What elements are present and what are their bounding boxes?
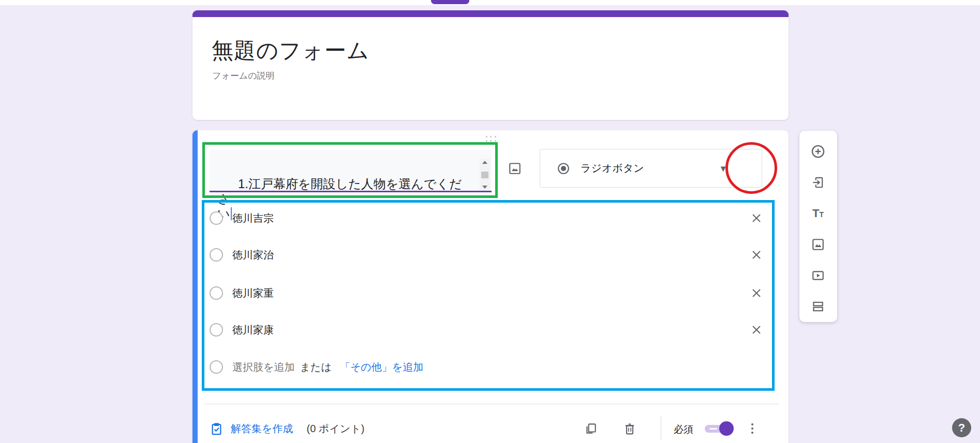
option-label[interactable]: 徳川家重 (232, 286, 274, 300)
required-toggle[interactable] (705, 421, 735, 436)
option-row: 徳川家康 (210, 316, 776, 343)
toggle-highlight (709, 428, 717, 430)
option-label[interactable]: 徳川家康 (232, 323, 274, 337)
option-row: 徳川家重 (210, 280, 776, 307)
option-label[interactable]: 徳川家治 (232, 248, 274, 262)
form-title-input[interactable]: 無題のフォーム (212, 36, 369, 65)
add-option-button[interactable]: 選択肢を追加 (232, 360, 294, 374)
question-title-input[interactable]: 1.江戸幕府を開設した人物を選んでくださ い (210, 150, 492, 192)
answer-key-label: 解答集を作成 (231, 422, 293, 436)
scroll-down-icon[interactable] (482, 186, 487, 189)
help-button[interactable]: ? (952, 418, 971, 437)
video-icon (811, 269, 825, 282)
answer-key-button[interactable]: 解答集を作成 (0 ポイント) (210, 414, 364, 443)
add-option-row: 選択肢を追加 または 「その他」を追加 (210, 354, 776, 380)
copy-icon (584, 422, 598, 435)
add-question-image-button[interactable] (506, 160, 524, 177)
scrollbar-thumb[interactable] (481, 172, 488, 178)
top-purple-pill (431, 0, 469, 4)
section-icon (811, 300, 825, 313)
radio-icon[interactable] (210, 211, 223, 225)
side-toolbar: TT (799, 131, 837, 322)
add-video-button[interactable] (808, 265, 828, 286)
top-white-strip (0, 0, 980, 5)
points-label: (0 ポイント) (306, 422, 364, 436)
help-icon: ? (958, 421, 965, 435)
trash-icon (623, 422, 636, 435)
radio-checked-icon (557, 162, 570, 175)
add-image-button[interactable] (808, 234, 828, 255)
remove-option-button[interactable] (746, 245, 767, 265)
duplicate-question-button[interactable] (581, 418, 601, 439)
form-description-input[interactable]: フォームの説明 (212, 70, 275, 82)
image-icon (508, 162, 522, 175)
question-card: 1.江戸幕府を開設した人物を選んでくださ い ラジオボタン ▼ 徳川吉宗 (192, 130, 789, 443)
radio-icon[interactable] (210, 286, 223, 300)
drag-handle-icon[interactable] (484, 134, 498, 143)
question-type-dropdown[interactable]: ラジオボタン ▼ (540, 149, 762, 188)
footer-vertical-divider (661, 416, 661, 440)
required-label: 必須 (674, 423, 693, 436)
add-title-button[interactable]: TT (808, 203, 828, 224)
or-text: または (300, 360, 331, 374)
radio-icon[interactable] (210, 323, 223, 337)
remove-option-button[interactable] (746, 283, 767, 303)
image-icon (811, 238, 825, 251)
add-question-icon (811, 144, 825, 159)
toggle-knob (719, 421, 734, 436)
radio-icon[interactable] (210, 248, 223, 262)
question-footer: 解答集を作成 (0 ポイント) 必須 (192, 414, 789, 443)
delete-question-button[interactable] (619, 418, 640, 439)
add-question-button[interactable] (808, 141, 828, 162)
question-type-label: ラジオボタン (581, 161, 644, 175)
remove-option-button[interactable] (746, 319, 767, 340)
add-title-icon: TT (812, 207, 824, 220)
card-accent-bar (192, 10, 789, 17)
remove-option-button[interactable] (746, 208, 767, 228)
form-title-card: 無題のフォーム フォームの説明 (192, 10, 789, 120)
import-questions-button[interactable] (808, 172, 828, 193)
import-questions-icon (811, 176, 825, 189)
radio-icon (210, 360, 223, 374)
more-options-button[interactable] (742, 418, 763, 439)
add-other-link[interactable]: 「その他」を追加 (340, 360, 423, 374)
scroll-up-icon[interactable] (482, 161, 487, 164)
add-section-button[interactable] (808, 296, 828, 317)
option-row: 徳川吉宗 (210, 205, 776, 232)
kebab-menu-icon (751, 423, 753, 434)
chevron-down-icon: ▼ (719, 164, 727, 173)
option-row: 徳川家治 (210, 241, 776, 268)
option-label[interactable]: 徳川吉宗 (232, 211, 274, 225)
answer-key-icon (210, 422, 224, 436)
footer-divider (204, 404, 779, 404)
active-card-indicator (192, 130, 198, 443)
textarea-scrollbar[interactable] (480, 159, 490, 191)
